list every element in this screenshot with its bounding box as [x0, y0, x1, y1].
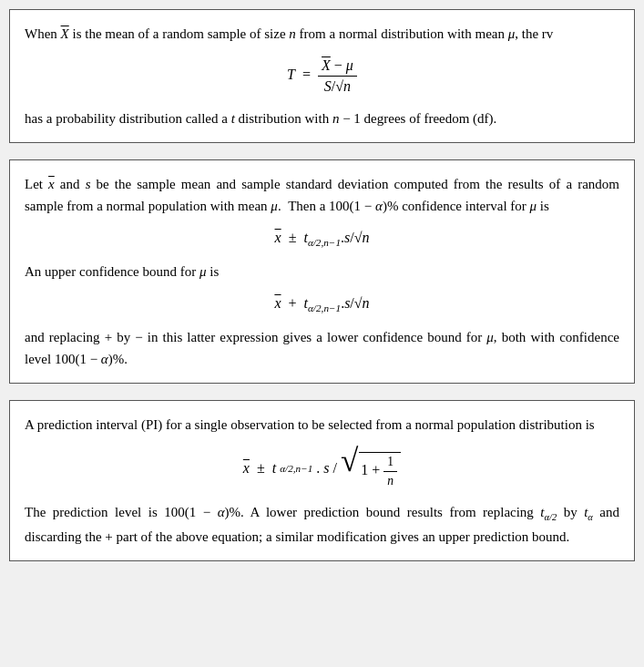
formula-ci2: x + tα/2,n−1.s/√n [25, 295, 619, 313]
n-den: n [383, 472, 397, 488]
sqrt-symbol: √ [341, 448, 358, 475]
sqrt-n-frac: √n [335, 78, 351, 94]
sub-ci1: α/2,n−1 [308, 237, 341, 248]
box3-text2: The prediction level is 100(1 − α)%. A l… [25, 501, 619, 548]
sub-alpha: α [588, 512, 593, 522]
mu-1: μ [508, 26, 516, 41]
mu-4: μ [486, 330, 494, 344]
box1-text2: has a probability distribution called a … [25, 108, 619, 129]
sqrt-radicand: 1 + 1 n [359, 452, 401, 488]
mu-2b: μ [530, 199, 537, 213]
formula-ci1: x ± tα/2,n−1.s/√n [25, 230, 619, 248]
pi-formula-line: x ± tα/2,n−1.s/ √ 1 + 1 n [25, 448, 619, 488]
sub-alpha2: α/2 [545, 512, 557, 522]
formula-t: T = X − μ S/√n [25, 57, 619, 95]
x-bar-ci2: x [274, 295, 281, 311]
formula-pi: x ± tα/2,n−1.s/ √ 1 + 1 n [25, 448, 619, 488]
t-fraction: X − μ S/√n [318, 57, 357, 95]
t-pi: t [272, 460, 276, 477]
x-bar-pi: x [243, 460, 250, 477]
box2: Let x and s be the sample mean and sampl… [9, 159, 635, 384]
box2-text: Let x and s be the sample mean and sampl… [25, 173, 619, 217]
n-frac: n [343, 78, 351, 94]
x-bar-2: x [48, 177, 55, 191]
S-frac: S [324, 78, 332, 94]
alpha-2: α [375, 199, 383, 213]
t-numerator: X − μ [318, 57, 357, 77]
x-bar-1: X [61, 26, 69, 41]
s-2: s [86, 177, 91, 191]
X-bar-frac: X [322, 57, 331, 73]
mu-2: μ [271, 199, 278, 213]
s-ci2: s [344, 295, 350, 311]
mu-3: μ [199, 264, 207, 279]
n-1: n [289, 26, 296, 41]
sub-pi: α/2,n−1 [280, 463, 312, 474]
one-over-n: 1 n [383, 455, 397, 488]
mu-frac: μ [346, 57, 353, 73]
x-bar-ci1: x [275, 230, 281, 245]
alpha-pi: α [218, 505, 225, 519]
sub-ci2: α/2,n−1 [308, 303, 341, 313]
T-label: T [287, 67, 295, 82]
box1: When X is the mean of a random sample of… [9, 9, 635, 143]
n-ci1: n [362, 230, 369, 245]
box2-text2: An upper confidence bound for μ is [25, 261, 619, 282]
t-denominator: S/√n [318, 77, 357, 95]
box3-text: A prediction interval (PI) for a single … [25, 414, 619, 436]
box2-text3: and replacing + by − in this latter expr… [25, 326, 619, 370]
t-dist-label: t [231, 111, 235, 126]
box1-text: When X is the mean of a random sample of… [25, 23, 619, 45]
one-num: 1 [383, 455, 397, 472]
alpha-3: α [101, 352, 108, 366]
big-sqrt: √ 1 + 1 n [341, 448, 401, 488]
s-pi: s [323, 460, 329, 477]
n-minus-1: n [332, 111, 340, 126]
n-ci2: n [363, 295, 370, 311]
box3: A prediction interval (PI) for a single … [9, 400, 635, 561]
s-ci1: s [344, 230, 350, 245]
